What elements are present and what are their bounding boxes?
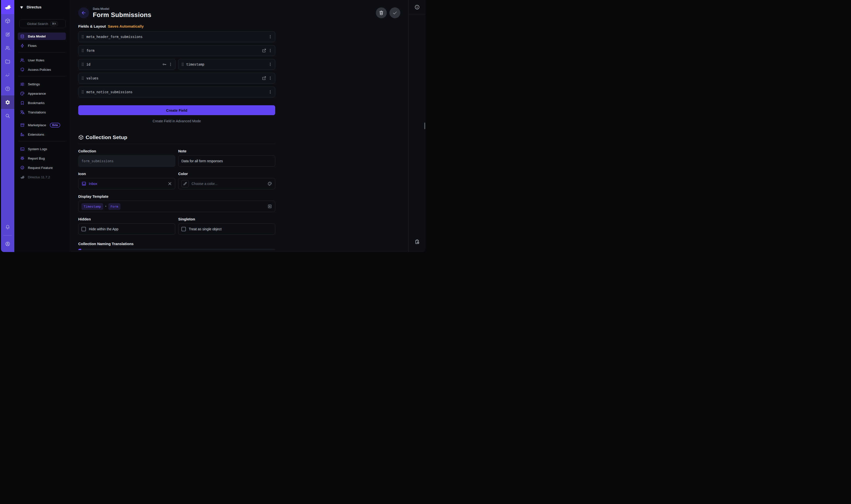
launch-icon[interactable]	[262, 76, 266, 80]
singleton-checkbox-label[interactable]: Treat as single object	[189, 227, 222, 231]
kebab-menu-icon[interactable]	[268, 90, 273, 94]
module-content[interactable]	[1, 14, 14, 28]
sidebar-item-marketplace[interactable]: Marketplace Beta	[18, 121, 66, 129]
kebab-menu-icon[interactable]	[268, 35, 273, 39]
version-label: Directus 11.7.2	[28, 175, 50, 179]
drag-handle-icon[interactable]	[180, 62, 185, 67]
module-settings[interactable]	[1, 95, 14, 109]
user-avatar-button[interactable]	[1, 237, 14, 251]
save-button[interactable]	[389, 7, 400, 18]
directus-rabbit-icon	[20, 175, 25, 180]
field-row-id[interactable]: id	[78, 59, 175, 70]
field-row-meta-header[interactable]: meta_header_form_submissions	[78, 31, 275, 42]
field-name: values	[86, 76, 99, 80]
directus-logo[interactable]	[1, 0, 14, 14]
singleton-checkbox[interactable]	[181, 227, 186, 231]
collection-input: form_submissions	[78, 155, 175, 167]
hidden-checkbox[interactable]	[82, 227, 86, 231]
breadcrumb[interactable]: Data Model	[93, 7, 151, 11]
hidden-checkbox-label[interactable]: Hide within the App	[89, 227, 119, 231]
icon-label: Icon	[78, 172, 175, 176]
project-header[interactable]: Directus	[14, 0, 69, 14]
avatar-icon	[5, 241, 11, 247]
notifications-button[interactable]	[1, 220, 14, 234]
sidebar-item-system-logs[interactable]: System Logs	[18, 145, 66, 152]
field-row-values[interactable]: values	[78, 73, 275, 84]
module-search[interactable]	[1, 109, 14, 123]
sidebar-item-settings[interactable]: Settings	[18, 80, 66, 88]
singleton-field-group: Singleton Treat as single object	[178, 217, 275, 235]
singleton-checkbox-row[interactable]: Treat as single object	[178, 223, 275, 235]
sidebar-item-user-roles[interactable]: User Roles	[18, 56, 66, 64]
global-search-input[interactable]: Global Search ⌘K	[19, 19, 66, 28]
template-separator: •	[105, 205, 106, 208]
sidebar-item-appearance[interactable]: Appearance	[18, 90, 66, 97]
scrollbar-thumb[interactable]	[424, 123, 425, 129]
template-chip-timestamp[interactable]: Timestamp	[82, 203, 103, 210]
field-row-form[interactable]: form	[78, 45, 275, 56]
right-sidebar	[409, 0, 426, 252]
users-icon	[20, 58, 25, 62]
module-files[interactable]	[1, 55, 14, 68]
eyedropper-button[interactable]	[181, 180, 189, 187]
kebab-menu-icon[interactable]	[268, 48, 273, 53]
drag-handle-icon[interactable]	[81, 35, 85, 39]
module-insights[interactable]	[1, 68, 14, 82]
field-row-meta-notice[interactable]: meta_notice_submissions	[78, 87, 275, 97]
database-icon	[20, 34, 25, 39]
kebab-menu-icon[interactable]	[168, 62, 173, 67]
insights-icon	[5, 72, 11, 78]
sidebar-item-report-bug[interactable]: Report Bug	[18, 155, 66, 162]
terminal-icon	[20, 147, 25, 151]
module-help[interactable]	[1, 82, 14, 95]
fields-layout-label: Fields & Layout	[78, 24, 106, 28]
sidebar-item-data-model[interactable]: Data Model	[18, 33, 66, 40]
field-name: meta_notice_submissions	[86, 90, 133, 94]
palette-icon[interactable]	[267, 181, 272, 186]
add-box-icon[interactable]	[267, 204, 272, 209]
close-icon[interactable]	[168, 181, 172, 186]
drag-handle-icon[interactable]	[81, 48, 85, 53]
sidebar-item-access-policies[interactable]: Access Policies	[18, 66, 66, 73]
kebab-menu-icon[interactable]	[268, 76, 273, 80]
module-editor[interactable]	[1, 28, 14, 41]
delete-collection-button[interactable]	[376, 7, 387, 18]
create-field-button[interactable]: Create Field	[78, 105, 275, 115]
settings-nav: Data Model Flows User Roles Access Polic…	[14, 30, 69, 183]
translate-icon	[20, 110, 25, 115]
inbox-icon	[82, 181, 86, 186]
module-users[interactable]	[1, 41, 14, 55]
sidebar-item-translations[interactable]: Translations	[18, 108, 66, 116]
sidebar-item-flows[interactable]: Flows	[18, 42, 66, 49]
saves-automatically-label: Saves Automatically	[108, 24, 144, 28]
template-chip-form[interactable]: Form	[108, 203, 120, 210]
trash-icon	[379, 10, 384, 16]
collection-field-group: Collection form_submissions	[78, 149, 175, 167]
field-row-timestamp[interactable]: timestamp	[178, 59, 275, 70]
sidebar-item-label: Appearance	[28, 92, 46, 95]
nav-divider	[18, 141, 65, 141]
sidebar-item-label: Bookmarks	[28, 101, 45, 105]
display-template-input[interactable]: Timestamp • Form	[78, 201, 275, 212]
revisions-sidebar-button[interactable]	[414, 239, 420, 245]
drag-handle-icon[interactable]	[81, 90, 85, 94]
bolt-icon	[20, 43, 25, 48]
drag-handle-icon[interactable]	[81, 62, 85, 67]
hidden-checkbox-row[interactable]: Hide within the App	[78, 223, 175, 235]
sidebar-item-label: Report Bug	[28, 157, 45, 160]
icon-select[interactable]: Inbox	[78, 178, 175, 190]
back-button[interactable]	[78, 7, 89, 18]
main-content: Data Model Form Submissions Fields & Lay…	[69, 0, 409, 252]
note-input[interactable]: Data for all form responses	[178, 155, 275, 167]
info-sidebar-button[interactable]	[409, 0, 426, 14]
sidebar-item-request-feature[interactable]: Request Feature	[18, 164, 66, 172]
launch-icon[interactable]	[262, 48, 266, 53]
kebab-menu-icon[interactable]	[268, 62, 273, 67]
sidebar-item-bookmarks[interactable]: Bookmarks	[18, 99, 66, 107]
create-field-advanced-link[interactable]: Create Field in Advanced Mode	[78, 119, 275, 123]
color-input[interactable]: Choose a color...	[178, 178, 275, 190]
nav-divider	[18, 76, 65, 76]
drag-handle-icon[interactable]	[81, 76, 85, 80]
sidebar-item-label: Data Model	[28, 35, 46, 38]
sidebar-item-extensions[interactable]: Extensions	[18, 131, 66, 138]
